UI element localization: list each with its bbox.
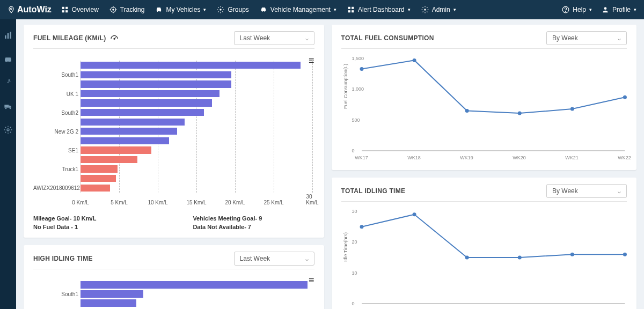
bar[interactable] (80, 119, 185, 126)
svg-point-18 (566, 11, 566, 11)
chevron-down-icon: ⌵ (305, 35, 309, 41)
x-tick: WK18 (407, 155, 421, 160)
card-header: TOTAL IDLING TIME By Week ⌵ (341, 184, 627, 198)
svg-point-16 (424, 9, 426, 11)
nav-tracking[interactable]: Tracking (109, 6, 145, 13)
card-title: FUEL MILEAGE (KM/L) (33, 34, 106, 42)
svg-rect-22 (10, 32, 11, 39)
x-tick: 5 Km/L (111, 200, 128, 205)
chevron-down-icon: ⌵ (305, 256, 309, 262)
nav-profile[interactable]: Profile ▾ (602, 6, 636, 13)
x-tick: WK19 (460, 155, 473, 160)
svg-rect-12 (348, 7, 350, 9)
bar[interactable] (80, 156, 137, 163)
layout: FUEL MILEAGE (KM/L) Last Week ⌵ ≡ 0 Km/L… (0, 19, 644, 309)
grid-icon (61, 6, 69, 13)
data-point[interactable] (517, 256, 521, 260)
brand[interactable]: AutoWiz (8, 5, 52, 14)
data-point[interactable] (570, 253, 574, 256)
x-tick: 25 Km/L (264, 200, 283, 205)
y-category: UK 1 (33, 91, 78, 97)
data-point[interactable] (360, 225, 363, 229)
nav-vehicle-management[interactable]: Vehicle Management ▾ (260, 6, 336, 13)
period-select[interactable]: Last Week ⌵ (234, 31, 314, 45)
fuel-consumption-chart: Fuel Consumption(L) 05001,0001,500 WK17W… (341, 55, 627, 163)
bar[interactable] (80, 90, 219, 97)
nav-overview[interactable]: Overview (61, 6, 99, 13)
card-header: FUEL MILEAGE (KM/L) Last Week ⌵ (33, 31, 314, 45)
bar[interactable] (80, 290, 143, 298)
period-select[interactable]: By Week ⌵ (546, 184, 627, 198)
gear-icon (421, 6, 429, 13)
nav-admin[interactable]: Admin ▾ (421, 6, 456, 13)
bar[interactable] (80, 99, 212, 106)
svg-point-27 (7, 129, 9, 131)
svg-point-6 (113, 9, 114, 10)
fuel-mileage-card: FUEL MILEAGE (KM/L) Last Week ⌵ ≡ 0 Km/L… (24, 25, 324, 238)
settings-icon[interactable] (4, 126, 12, 134)
svg-rect-2 (65, 7, 68, 9)
crosshair-icon (109, 6, 117, 13)
user-icon (602, 6, 609, 13)
data-line (362, 215, 625, 258)
svg-point-23 (9, 79, 10, 81)
data-point[interactable] (412, 58, 416, 62)
sidebar (0, 19, 16, 309)
truck-icon[interactable] (4, 102, 12, 111)
y-tick: 10 (352, 270, 357, 276)
bar[interactable] (80, 175, 116, 182)
x-tick: WK22 (618, 155, 631, 160)
svg-rect-21 (8, 33, 9, 39)
high-idling-chart: ≡ South1 (33, 276, 314, 308)
svg-point-19 (604, 7, 607, 10)
data-point[interactable] (360, 67, 363, 71)
data-point[interactable] (623, 253, 626, 256)
nav-my-vehicles[interactable]: My Vehicles ▾ (155, 6, 206, 13)
gauge-icon (110, 34, 119, 42)
chevron-down-icon: ⌵ (618, 188, 621, 194)
data-point[interactable] (623, 95, 626, 99)
bar[interactable] (80, 80, 231, 87)
left-column: FUEL MILEAGE (KM/L) Last Week ⌵ ≡ 0 Km/L… (24, 25, 324, 304)
data-point[interactable] (465, 256, 469, 260)
idling-time-chart: Idle Time(hrs) 0102030 WK17WK18WK19WK20W… (341, 208, 627, 309)
barchart-icon[interactable] (4, 31, 12, 40)
bar[interactable] (80, 109, 204, 116)
nav-groups[interactable]: Groups (217, 6, 248, 13)
card-title: TOTAL IDLING TIME (341, 187, 406, 195)
data-point[interactable] (570, 107, 574, 111)
data-point[interactable] (412, 212, 416, 216)
bar[interactable] (80, 299, 136, 307)
nav-alert-dashboard[interactable]: Alert Dashboard ▾ (347, 6, 411, 13)
y-axis-label: Fuel Consumption(L) (343, 64, 348, 109)
bar[interactable] (80, 137, 169, 144)
bar[interactable] (80, 146, 151, 153)
period-select[interactable]: Last Week ⌵ (234, 252, 314, 266)
bar[interactable] (80, 71, 231, 78)
chevron-down-icon: ▾ (453, 7, 456, 12)
select-value: Last Week (240, 34, 270, 42)
x-tick: WK20 (513, 155, 526, 160)
data-point[interactable] (465, 109, 469, 113)
top-nav: AutoWiz Overview Tracking My Vehicles ▾ … (0, 0, 644, 19)
bar[interactable] (80, 185, 110, 192)
vehicle-icon[interactable] (4, 55, 12, 63)
svg-point-25 (5, 108, 7, 109)
bar[interactable] (80, 62, 301, 69)
nav-help[interactable]: Help ▾ (562, 6, 592, 13)
bar[interactable] (80, 165, 118, 172)
y-category: South2 (33, 109, 78, 115)
running-icon[interactable] (4, 78, 12, 87)
grid-icon (347, 6, 355, 13)
bar[interactable] (80, 281, 308, 289)
chevron-down-icon: ⌵ (618, 35, 621, 41)
x-tick: 10 Km/L (148, 200, 167, 205)
y-category: SE1 (33, 147, 78, 153)
svg-point-0 (11, 8, 12, 10)
bar[interactable] (80, 128, 177, 135)
svg-line-29 (114, 38, 116, 39)
help-icon (562, 6, 569, 13)
period-select[interactable]: By Week ⌵ (546, 31, 627, 45)
data-point[interactable] (517, 112, 521, 115)
y-tick: 0 (352, 148, 355, 153)
